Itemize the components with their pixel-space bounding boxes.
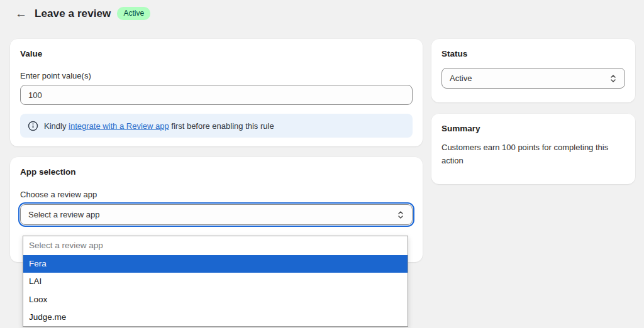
review-app-select[interactable]: Select a review app (20, 204, 413, 225)
summary-card: Summary Customers earn 100 points for co… (431, 114, 635, 184)
review-app-label: Choose a review app (20, 190, 413, 199)
dropdown-option-fera[interactable]: Fera (23, 255, 408, 273)
info-banner: Kindly integrate with a Review app first… (20, 114, 413, 138)
value-card-title: Value (20, 49, 413, 58)
page-header: ← Leave a review Active (14, 6, 150, 21)
status-card-title: Status (441, 49, 625, 58)
status-select[interactable]: Active (441, 68, 625, 89)
banner-text-after: first before enabling this rule (169, 121, 274, 131)
point-value-input[interactable] (20, 85, 413, 105)
back-arrow-icon[interactable]: ← (14, 6, 28, 21)
banner-text-before: Kindly (44, 121, 69, 131)
dropdown-option-lai[interactable]: LAI (23, 273, 408, 290)
select-chevron-icon (397, 210, 404, 219)
status-card: Status Active (431, 39, 635, 102)
banner-text: Kindly integrate with a Review app first… (44, 121, 274, 131)
app-selection-title: App selection (20, 167, 413, 177)
info-icon (28, 121, 38, 131)
dropdown-option-loox[interactable]: Loox (23, 291, 408, 309)
summary-card-title: Summary (441, 124, 625, 133)
select-chevron-icon (609, 74, 617, 83)
value-card: Value Enter point value(s) Kindly integr… (10, 39, 423, 146)
main-column: Value Enter point value(s) Kindly integr… (10, 39, 423, 262)
integrate-review-app-link[interactable]: integrate with a Review app (69, 121, 169, 131)
dropdown-option-judgeme[interactable]: Judge.me (23, 309, 408, 326)
review-app-select-value: Select a review app (28, 210, 397, 219)
status-badge: Active (117, 7, 150, 20)
point-value-label: Enter point value(s) (20, 71, 413, 80)
summary-text: Customers earn 100 points for completing… (441, 141, 625, 168)
status-select-value: Active (450, 74, 609, 83)
page-title: Leave a review (35, 8, 111, 20)
review-app-dropdown: Select a review app Fera LAI Loox Judge.… (23, 236, 408, 327)
side-column: Status Active Summary Customers earn 100… (431, 39, 635, 184)
dropdown-option-placeholder[interactable]: Select a review app (23, 236, 408, 255)
